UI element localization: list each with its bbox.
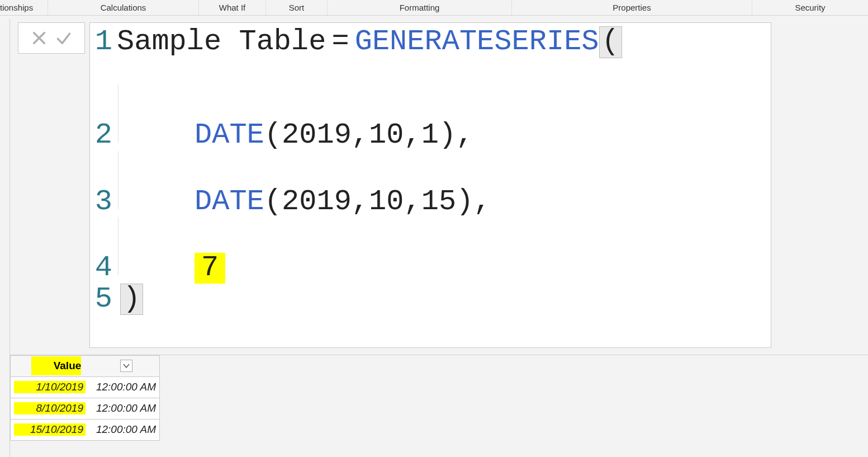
token-function: DATE	[195, 187, 264, 218]
ribbon-group-security[interactable]: Security	[752, 0, 868, 15]
token-close-paren: )	[120, 284, 143, 315]
token-function: GENERATESERIES	[355, 27, 599, 58]
ribbon-group-relationships[interactable]: tionships	[0, 0, 48, 15]
code-line-5: 5 )	[93, 284, 763, 342]
code-line-4: 4 7	[93, 217, 763, 284]
cell-date: 8/10/2019	[14, 402, 86, 414]
ribbon-group-calculations[interactable]: Calculations	[48, 0, 199, 15]
token-operator: =	[326, 27, 354, 58]
token-function: DATE	[195, 120, 264, 151]
line-number: 2	[93, 120, 117, 151]
line-number: 4	[93, 253, 117, 284]
table-row[interactable]: 1/10/2019 12:00:00 AM	[11, 376, 160, 398]
code-line-2: 2 DATE (2019,10,1),	[93, 84, 763, 151]
formula-commit-controls	[18, 22, 85, 54]
table-row[interactable]: 15/10/2019 12:00:00 AM	[11, 419, 160, 440]
code-line-3: 3 DATE (2019,10,15),	[93, 151, 763, 218]
cell-time: 12:00:00 AM	[86, 381, 156, 393]
left-rail	[0, 19, 10, 457]
cancel-icon[interactable]	[30, 29, 48, 47]
line-number: 3	[93, 187, 117, 218]
token-highlighted-step: 7	[195, 253, 225, 284]
token-open-paren: (	[599, 26, 622, 58]
ribbon-group-properties[interactable]: Properties	[512, 0, 752, 15]
column-header-value[interactable]: Value	[11, 355, 160, 376]
table-row[interactable]: 8/10/2019 12:00:00 AM	[11, 398, 160, 419]
ribbon: tionships Calculations What If Sort Form…	[0, 0, 868, 16]
cell-date: 1/10/2019	[14, 381, 86, 393]
result-preview: Value 1/10/2019 12:	[10, 355, 868, 441]
ribbon-group-sort[interactable]: Sort	[266, 0, 328, 15]
token-variable: Sample Table	[117, 27, 326, 58]
cell-time: 12:00:00 AM	[86, 423, 156, 436]
ribbon-group-whatif[interactable]: What If	[199, 0, 266, 15]
column-header-label: Value	[31, 356, 82, 375]
cell-time: 12:00:00 AM	[86, 402, 156, 414]
result-table: Value 1/10/2019 12:	[10, 355, 160, 441]
token-args: (2019,10,1),	[264, 120, 473, 151]
filter-dropdown-button[interactable]	[120, 360, 132, 372]
ribbon-group-formatting[interactable]: Formatting	[328, 0, 512, 15]
line-number: 5	[93, 284, 117, 315]
token-args: (2019,10,15),	[264, 187, 491, 218]
commit-icon[interactable]	[55, 29, 73, 47]
line-number: 1	[93, 27, 117, 58]
dax-formula-editor[interactable]: 1 Sample Table = GENERATESERIES ( 2 DATE…	[89, 22, 771, 348]
code-line-1: 1 Sample Table = GENERATESERIES (	[93, 26, 763, 84]
cell-date: 15/10/2019	[14, 423, 86, 436]
